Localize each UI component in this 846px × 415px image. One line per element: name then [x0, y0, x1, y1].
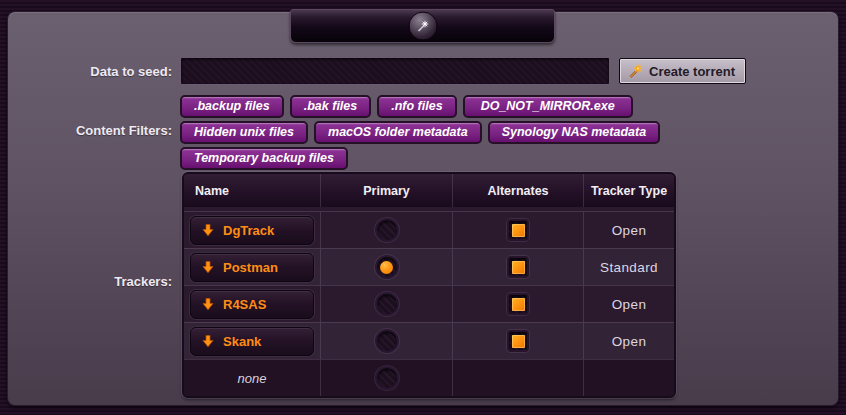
primary-radio[interactable]: [375, 218, 399, 242]
tracker-name-button[interactable]: R4SAS: [190, 290, 314, 319]
app-window: Data to seed: Create torrent Content Fil…: [0, 0, 846, 415]
table-row: R4SAS: [184, 285, 321, 322]
primary-radio[interactable]: [375, 255, 399, 279]
tracker-name-button[interactable]: DgTrack: [190, 216, 314, 245]
column-header-tracker-type: Tracker Type: [584, 174, 674, 207]
tracker-type-value: Open: [612, 297, 647, 312]
create-torrent-button[interactable]: Create torrent: [619, 58, 746, 84]
alternates-checkbox[interactable]: [507, 256, 529, 278]
alternates-checkbox[interactable]: [507, 219, 529, 241]
alternates-checkbox[interactable]: [507, 330, 529, 352]
column-header-alternates: Alternates: [453, 174, 584, 207]
primary-radio[interactable]: [375, 292, 399, 316]
tracker-type-value: Open: [612, 334, 647, 349]
content-filters-label: Content Filters:: [0, 123, 172, 138]
filter-chip[interactable]: .nfo files: [377, 95, 456, 118]
seed-input[interactable]: [180, 57, 610, 85]
filter-chip[interactable]: Synology NAS metadata: [488, 121, 660, 144]
data-to-seed-label: Data to seed:: [0, 64, 172, 79]
filter-chip[interactable]: .backup files: [180, 95, 284, 118]
magic-wand-icon: [415, 18, 431, 34]
table-row: DgTrack: [184, 211, 321, 248]
table-row: Postman: [184, 248, 321, 285]
filter-chip[interactable]: .bak files: [290, 95, 372, 118]
filter-chip[interactable]: Temporary backup files: [180, 147, 348, 170]
filter-chip[interactable]: macOS folder metadata: [314, 121, 482, 144]
alternates-checkbox[interactable]: [507, 293, 529, 315]
tracker-type-value: Open: [612, 223, 647, 238]
trackers-table: Name Primary Alternates Tracker Type DgT…: [182, 172, 676, 398]
table-row: Skank: [184, 322, 321, 359]
filter-chip[interactable]: DO_NOT_MIRROR.exe: [463, 95, 633, 118]
primary-radio[interactable]: [375, 366, 399, 390]
column-header-primary: Primary: [321, 174, 453, 207]
create-torrent-label: Create torrent: [649, 64, 735, 79]
tracker-name-button[interactable]: Skank: [190, 327, 314, 356]
trackers-label: Trackers:: [0, 274, 172, 289]
tracker-name-button[interactable]: Postman: [190, 253, 314, 282]
tracker-none-label: none: [238, 371, 267, 386]
table-row: none: [184, 359, 321, 396]
content-filter-chips: .backup files .bak files .nfo files DO_N…: [180, 95, 720, 170]
download-arrow-icon: [201, 260, 215, 274]
download-arrow-icon: [201, 223, 215, 237]
wizard-drawer-handle[interactable]: [290, 9, 555, 43]
magic-wand-knob-button[interactable]: [408, 12, 437, 41]
download-arrow-icon: [201, 297, 215, 311]
column-header-name: Name: [184, 174, 321, 207]
download-arrow-icon: [201, 334, 215, 348]
primary-radio[interactable]: [375, 329, 399, 353]
magic-wand-icon: [627, 63, 644, 80]
tracker-type-value: Standard: [600, 260, 658, 275]
filter-chip[interactable]: Hidden unix files: [180, 121, 308, 144]
